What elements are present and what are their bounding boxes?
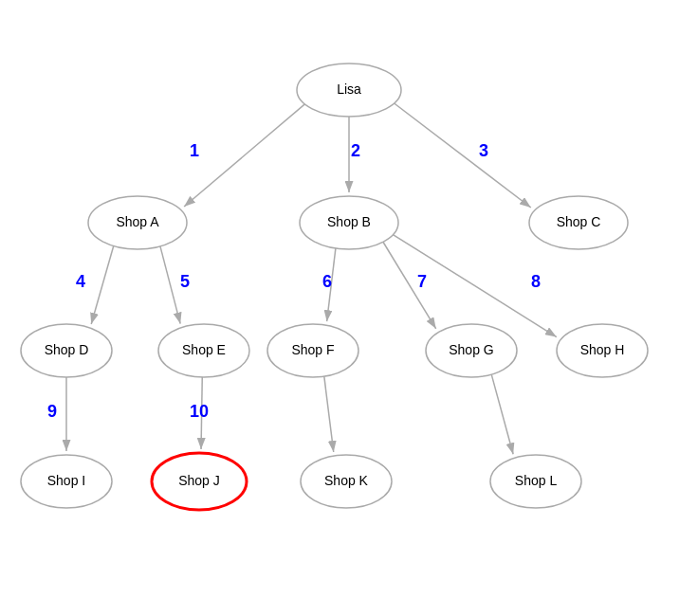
edge-label-shopA-shopE: 5 — [180, 272, 190, 291]
edge-shopA-shopE — [160, 246, 180, 324]
node-label-shopG: Shop G — [449, 342, 493, 357]
node-label-shopF: Shop F — [291, 342, 334, 357]
edge-label-shopB-shopH: 8 — [531, 272, 541, 291]
node-label-shopL: Shop L — [515, 473, 558, 488]
edge-label-shopB-shopF: 6 — [322, 272, 332, 291]
node-label-lisa: Lisa — [337, 82, 361, 97]
edge-label-lisa-shopB: 2 — [351, 141, 360, 160]
edge-lisa-shopC — [395, 103, 531, 208]
edge-label-shopD-shopI: 9 — [47, 402, 57, 421]
edge-label-lisa-shopC: 3 — [479, 141, 488, 160]
edge-shopA-shopD — [91, 245, 114, 324]
edge-label-shopB-shopG: 7 — [417, 272, 427, 291]
node-label-shopH: Shop H — [580, 342, 625, 357]
node-label-shopE: Shop E — [182, 342, 226, 357]
node-label-shopB: Shop B — [327, 214, 371, 229]
edge-label-lisa-shopA: 1 — [190, 141, 199, 160]
edge-shopF-shopK — [324, 376, 334, 452]
edge-lisa-shopA — [184, 104, 304, 207]
edge-label-shopA-shopD: 4 — [76, 272, 85, 291]
node-label-shopD: Shop D — [45, 342, 89, 357]
edge-shopG-shopL — [491, 374, 513, 454]
tree-diagram: 12345678910LisaShop AShop BShop CShop DS… — [0, 0, 698, 616]
node-label-shopI: Shop I — [47, 473, 85, 488]
node-label-shopJ: Shop J — [178, 473, 220, 488]
node-label-shopC: Shop C — [557, 214, 601, 229]
node-label-shopA: Shop A — [116, 214, 159, 229]
node-label-shopK: Shop K — [324, 473, 369, 488]
edge-label-shopE-shopJ: 10 — [190, 402, 209, 421]
edge-shopB-shopG — [383, 242, 436, 329]
